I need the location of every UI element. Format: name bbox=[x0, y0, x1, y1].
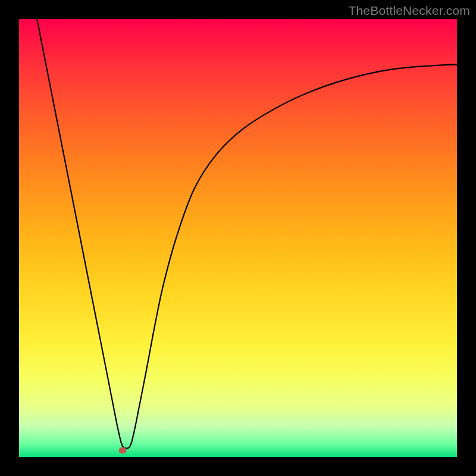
chart-frame: TheBottleNecker.com bbox=[0, 0, 476, 476]
watermark-text: TheBottleNecker.com bbox=[348, 4, 470, 18]
plot-area bbox=[19, 19, 457, 457]
optimum-marker bbox=[118, 447, 126, 453]
curve-path bbox=[37, 19, 457, 448]
curve-svg bbox=[19, 19, 457, 457]
